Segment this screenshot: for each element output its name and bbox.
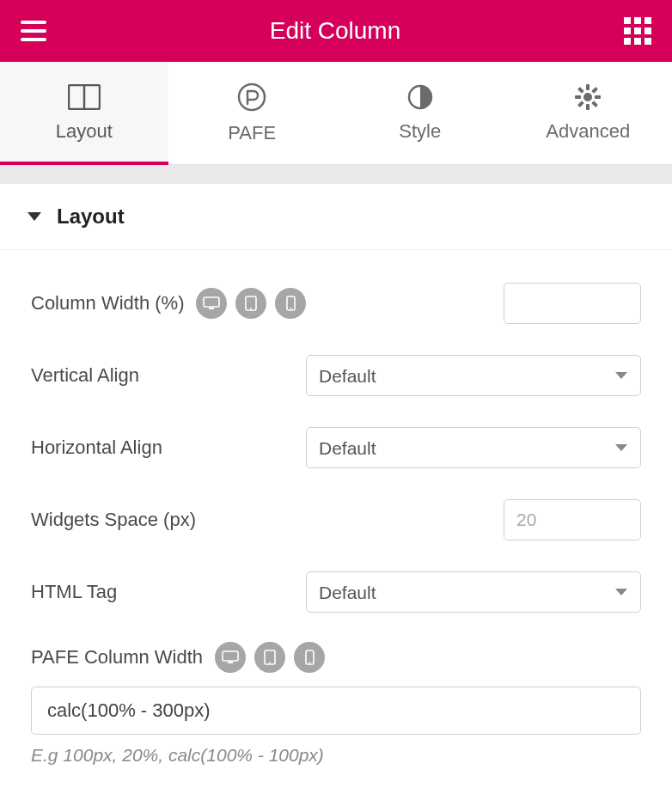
- device-tablet-button[interactable]: [254, 642, 285, 673]
- hamburger-icon[interactable]: [21, 21, 46, 41]
- pafe-column-width-input[interactable]: [31, 687, 641, 735]
- chevron-down-icon: [27, 212, 41, 221]
- column-width-label: Column Width (%): [31, 292, 184, 314]
- tab-label: Advanced: [546, 120, 630, 143]
- svg-point-18: [290, 308, 292, 309]
- section-header-layout[interactable]: Layout: [0, 184, 672, 250]
- panel-gap: [0, 165, 672, 184]
- section-title: Layout: [57, 205, 125, 229]
- widgets-space-input[interactable]: [504, 499, 641, 540]
- svg-rect-12: [591, 101, 598, 107]
- tab-advanced[interactable]: Advanced: [504, 62, 673, 164]
- header-title: Edit Column: [270, 17, 401, 45]
- horizontal-align-label: Horizontal Align: [31, 437, 162, 459]
- svg-point-22: [269, 662, 271, 663]
- svg-rect-19: [223, 651, 238, 661]
- svg-rect-14: [209, 308, 214, 309]
- responsive-switchers: [215, 642, 325, 673]
- mobile-icon: [286, 296, 296, 311]
- control-horizontal-align: Horizontal Align Default: [31, 412, 641, 484]
- svg-rect-8: [595, 95, 601, 99]
- svg-point-4: [583, 93, 592, 101]
- vertical-align-label: Vertical Align: [31, 364, 139, 387]
- desktop-icon: [222, 650, 239, 664]
- svg-rect-9: [591, 86, 598, 93]
- panel-header: Edit Column: [0, 0, 672, 62]
- tab-style[interactable]: Style: [336, 62, 504, 164]
- control-pafe-column-width: PAFE Column Width E.g 100px, 20%, calc(1…: [31, 628, 641, 766]
- tab-label: Style: [399, 120, 441, 143]
- svg-point-24: [309, 662, 310, 663]
- pafe-column-width-hint: E.g 100px, 20%, calc(100% - 100px): [31, 745, 641, 766]
- svg-rect-11: [577, 86, 584, 93]
- widgets-space-label: Widgets Space (px): [31, 509, 196, 531]
- svg-point-16: [251, 308, 253, 309]
- control-html-tag: HTML Tag Default: [31, 556, 641, 628]
- vertical-align-select[interactable]: Default: [306, 355, 641, 396]
- control-vertical-align: Vertical Align Default: [31, 339, 641, 412]
- column-width-input[interactable]: [504, 283, 641, 324]
- svg-rect-13: [204, 297, 219, 307]
- columns-icon: [68, 84, 101, 110]
- tab-pafe[interactable]: PAFE: [168, 62, 337, 164]
- mobile-icon: [305, 650, 315, 665]
- html-tag-select[interactable]: Default: [306, 571, 641, 613]
- device-tablet-button[interactable]: [235, 288, 266, 319]
- device-mobile-button[interactable]: [275, 288, 306, 319]
- device-desktop-button[interactable]: [215, 642, 246, 673]
- tab-layout[interactable]: Layout: [0, 62, 168, 164]
- tablet-icon: [264, 650, 276, 665]
- svg-rect-6: [586, 104, 590, 110]
- control-column-width: Column Width (%): [31, 267, 641, 339]
- device-mobile-button[interactable]: [294, 642, 325, 673]
- pafe-column-width-label: PAFE Column Width: [31, 646, 203, 669]
- contrast-icon: [407, 84, 433, 110]
- svg-rect-5: [586, 84, 590, 90]
- desktop-icon: [203, 296, 220, 310]
- svg-point-2: [239, 84, 265, 110]
- apps-grid-icon[interactable]: [624, 17, 651, 45]
- controls-panel: Column Width (%) Vertical Align Default: [0, 250, 672, 774]
- tab-label: Layout: [56, 120, 113, 143]
- responsive-switchers: [196, 288, 306, 319]
- html-tag-label: HTML Tag: [31, 581, 117, 603]
- tab-bar: Layout PAFE Style Advanced: [0, 62, 672, 165]
- pafe-icon: [237, 82, 266, 112]
- gear-icon: [575, 84, 601, 110]
- svg-rect-20: [228, 662, 233, 663]
- tablet-icon: [245, 296, 257, 311]
- device-desktop-button[interactable]: [196, 288, 227, 319]
- tab-label: PAFE: [228, 122, 276, 144]
- svg-rect-10: [577, 101, 584, 107]
- horizontal-align-select[interactable]: Default: [306, 427, 641, 468]
- svg-rect-7: [575, 95, 581, 99]
- control-widgets-space: Widgets Space (px): [31, 484, 641, 556]
